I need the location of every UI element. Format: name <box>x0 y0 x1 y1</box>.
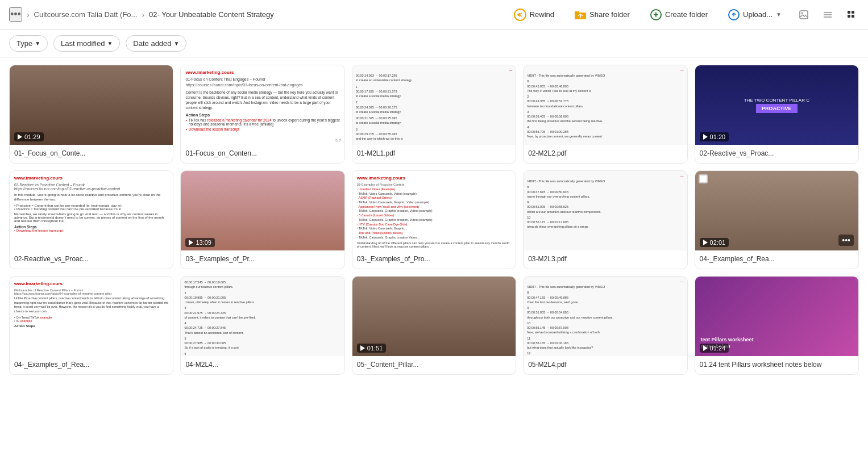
share-folder-button[interactable]: Share folder <box>569 7 636 23</box>
card-thumbnail: tent Pillars worksheet notes below 01:24 <box>695 277 858 356</box>
card-label: 03-_Examples_of_Pr... <box>181 250 344 269</box>
topbar: ••• › Cultcourse.com Talia Datt (Fo... ›… <box>0 0 868 30</box>
table-row[interactable]: — VIDIIT - This file was automatically g… <box>523 276 687 375</box>
last-modified-filter-label: Last modified <box>61 39 105 48</box>
upload-dropdown-chevron: ▼ <box>776 11 782 18</box>
card-thumbnail: 01:51 <box>352 277 516 356</box>
file-grid: 01:29 01-_Focus_on_Conte... www.imarketi… <box>9 65 859 375</box>
last-modified-filter-button[interactable]: Last modified ▼ <box>53 35 120 52</box>
card-thumbnail: 01:29 <box>10 65 173 145</box>
table-row[interactable]: 13:09 03-_Examples_of_Pr... <box>180 170 344 269</box>
type-filter-label: Type <box>16 39 32 48</box>
table-row[interactable]: www.imarketing.cours 03-Examples of Proa… <box>352 170 516 269</box>
table-row[interactable]: THE TWO CONTENT PILLAR C PROACTIVE 01:20… <box>695 65 859 164</box>
image-view-button[interactable] <box>796 7 811 22</box>
date-added-chevron: ▼ <box>174 40 180 47</box>
play-icon <box>703 134 708 140</box>
breadcrumb-item-1[interactable]: Cultcourse.com Talia Datt (Fo... <box>34 10 138 19</box>
list-icon <box>823 10 833 20</box>
card-thumbnail: www.imarketing.cours 02-Reactive vs Proa… <box>10 171 173 250</box>
upload-button[interactable]: Upload... ▼ <box>722 6 787 24</box>
svg-rect-3 <box>800 11 808 19</box>
content-area: 01:29 01-_Focus_on_Conte... www.imarketi… <box>0 58 868 459</box>
video-duration: 13:09 <box>185 238 215 247</box>
rewind-button[interactable]: Rewind <box>508 5 560 24</box>
rewind-icon <box>514 9 526 21</box>
svg-rect-9 <box>852 11 854 14</box>
card-label: 04-M2L4... <box>181 356 344 374</box>
create-folder-icon: + <box>650 9 662 20</box>
card-thumbnail: — VIDIIT - This file was automatically g… <box>524 171 687 250</box>
card-thumbnail: www.imarketing.cours 04-Examples of Reac… <box>10 277 173 356</box>
card-label: 05-_Content_Pillar... <box>352 356 516 374</box>
card-thumbnail: — 00:00:14.063 → 00:00:17.295 to create … <box>352 65 516 145</box>
card-thumbnail: 13:09 <box>181 171 344 250</box>
rewind-label: Rewind <box>530 10 554 19</box>
video-duration: 01:51 <box>357 344 387 353</box>
video-duration: 01:20 <box>700 132 729 141</box>
card-thumbnail: — VIDIIT - This file was automatically g… <box>524 277 687 356</box>
list-view-button[interactable] <box>820 7 835 22</box>
card-thumbnail: THE TWO CONTENT PILLAR C PROACTIVE 01:20 <box>695 65 858 145</box>
svg-rect-10 <box>848 15 850 18</box>
table-row[interactable]: — VIDIIT - This file was automatically g… <box>523 170 687 269</box>
table-row[interactable]: www.imarketing.cours 04-Examples of Reac… <box>9 276 173 375</box>
card-label: 04-_Examples_of_Rea... <box>695 250 858 269</box>
card-label: 01-Focus_on_Conten... <box>181 145 344 163</box>
card-checkbox[interactable] <box>699 174 708 183</box>
date-added-filter-button[interactable]: Date added ▼ <box>126 35 186 52</box>
share-folder-label: Share folder <box>589 10 630 19</box>
video-duration: 01:24 <box>700 344 729 353</box>
filterbar: Type ▼ Last modified ▼ Date added ▼ <box>0 30 868 58</box>
card-label: 02-Reactive_vs_Proac... <box>695 145 858 163</box>
card-thumbnail: 00:00:17.545 → 00:00:19.005 through our … <box>181 277 344 356</box>
create-folder-label: Create folder <box>665 10 708 19</box>
table-row[interactable]: tent Pillars worksheet notes below 01:24… <box>695 276 859 375</box>
card-label: 03-M2L3.pdf <box>524 250 687 269</box>
topbar-actions: Rewind Share folder + Create folder Uplo… <box>508 5 859 24</box>
table-row[interactable]: 01:29 01-_Focus_on_Conte... <box>9 65 173 164</box>
card-thumbnail: 02:01 ••• <box>695 171 858 250</box>
table-row[interactable]: — VIDIIT - This file was automatically g… <box>523 65 687 164</box>
table-row[interactable]: www.imarketing.cours 01-Focus on Content… <box>180 65 344 164</box>
grid-view-button[interactable] <box>844 7 859 22</box>
play-icon <box>360 345 365 351</box>
card-label: 01-M2L1.pdf <box>352 145 516 163</box>
card-label: 02-M2L2.pdf <box>524 145 687 163</box>
table-row[interactable]: www.imarketing.cours 02-Reactive vs Proa… <box>9 170 173 269</box>
card-thumbnail: — VIDIIT - This file was automatically g… <box>524 65 687 145</box>
card-label: 04-_Examples_of_Rea... <box>10 356 173 374</box>
video-duration: 02:01 <box>700 238 729 247</box>
upload-label: Upload... <box>743 10 773 19</box>
svg-rect-8 <box>848 11 850 14</box>
card-label: 05-M2L4.pdf <box>524 356 687 374</box>
svg-point-4 <box>801 12 803 14</box>
last-modified-chevron: ▼ <box>107 40 113 47</box>
play-icon <box>18 134 22 140</box>
card-label: 03-_Examples_of_Pro... <box>352 250 516 269</box>
type-filter-chevron: ▼ <box>35 40 40 47</box>
card-label: 02-Reactive_vs_Proac... <box>10 250 173 269</box>
proactive-label: PROACTIVE <box>756 104 798 113</box>
card-label: 01-_Focus_on_Conte... <box>10 145 173 163</box>
more-options-button[interactable]: ••• <box>9 7 22 22</box>
breadcrumb-chevron: › <box>27 10 30 19</box>
svg-rect-11 <box>852 15 854 18</box>
breadcrumb-item-2: 02- Your Unbeatable Content Strategy <box>149 10 274 19</box>
table-row[interactable]: 01:51 05-_Content_Pillar... <box>352 276 516 375</box>
share-folder-icon <box>575 10 586 19</box>
breadcrumb-chevron-2: › <box>142 10 144 19</box>
card-thumbnail: www.imarketing.cours 03-Examples of Proa… <box>352 171 516 250</box>
play-icon <box>703 345 708 351</box>
play-icon <box>189 240 193 245</box>
create-folder-button[interactable]: + Create folder <box>645 6 713 24</box>
play-icon <box>703 240 708 245</box>
video-duration: 01:29 <box>14 132 44 141</box>
date-added-filter-label: Date added <box>133 39 171 48</box>
table-row[interactable]: 00:00:17.545 → 00:00:19.005 through our … <box>180 276 344 375</box>
table-row[interactable]: — 00:00:14.063 → 00:00:17.295 to create … <box>352 65 516 164</box>
type-filter-button[interactable]: Type ▼ <box>9 35 48 52</box>
more-options-button[interactable]: ••• <box>838 235 854 246</box>
doc-red-header: www.imarketing.cours <box>185 70 339 75</box>
table-row[interactable]: 02:01 ••• 04-_Examples_of_Rea... <box>695 170 859 269</box>
